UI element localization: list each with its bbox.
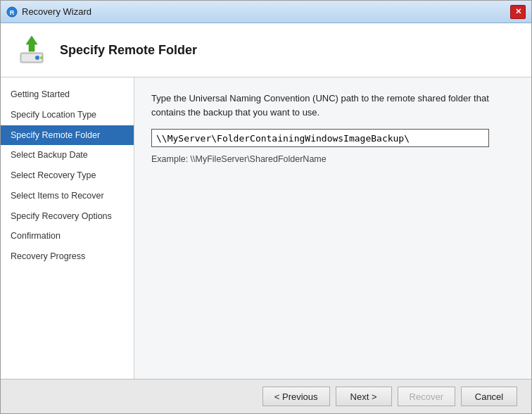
sidebar-item-specify-location-type[interactable]: Specify Location Type (1, 105, 134, 125)
unc-path-input[interactable] (151, 129, 489, 147)
sidebar-item-select-recovery-type[interactable]: Select Recovery Type (1, 165, 134, 186)
title-bar-left: R Recovery Wizard (6, 6, 91, 18)
svg-point-5 (40, 56, 43, 59)
next-button[interactable]: Next > (336, 387, 392, 406)
wizard-icon (15, 33, 49, 67)
page-title: Specify Remote Folder (60, 43, 197, 58)
app-icon: R (6, 6, 18, 18)
description-text: Type the Universal Naming Convention (UN… (151, 92, 489, 119)
sidebar-item-specify-recovery-options[interactable]: Specify Recovery Options (1, 206, 134, 227)
body-section: Getting StartedSpecify Location TypeSpec… (1, 77, 531, 379)
svg-marker-6 (26, 36, 37, 51)
sidebar-item-specify-remote-folder[interactable]: Specify Remote Folder (1, 125, 134, 146)
close-button[interactable]: ✕ (510, 5, 526, 19)
previous-button[interactable]: < Previous (262, 387, 330, 406)
recover-button[interactable]: Recover (398, 387, 455, 406)
sidebar-item-recovery-progress[interactable]: Recovery Progress (1, 246, 134, 267)
main-content: Type the Universal Naming Convention (UN… (134, 77, 531, 379)
example-text: Example: \\MyFileServer\SharedFolderName (151, 154, 514, 164)
header-section: Specify Remote Folder (1, 23, 531, 77)
sidebar-item-confirmation[interactable]: Confirmation (1, 226, 134, 246)
recovery-wizard-window: R Recovery Wizard ✕ Specify Remote Folde… (0, 0, 532, 414)
sidebar-item-select-backup-date[interactable]: Select Backup Date (1, 145, 134, 165)
title-bar: R Recovery Wizard ✕ (1, 1, 531, 23)
window-title: Recovery Wizard (22, 6, 91, 17)
svg-point-4 (35, 56, 39, 60)
cancel-button[interactable]: Cancel (461, 387, 517, 406)
sidebar-item-select-items-to-recover[interactable]: Select Items to Recover (1, 186, 134, 206)
footer: < Previous Next > Recover Cancel (1, 379, 531, 413)
svg-text:R: R (10, 9, 15, 16)
sidebar-item-getting-started[interactable]: Getting Started (1, 84, 134, 105)
sidebar: Getting StartedSpecify Location TypeSpec… (1, 77, 134, 379)
